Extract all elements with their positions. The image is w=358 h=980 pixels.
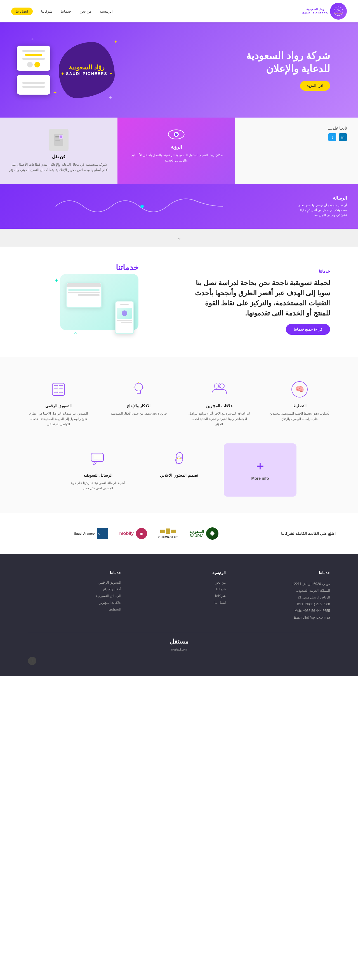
svg-rect-27 (54, 385, 58, 388)
services-text: خدماتنا لحملة تسويقية ناجحة نحن بحاجة لد… (187, 269, 330, 335)
nav-companies[interactable]: شركاتنا (41, 9, 52, 13)
service-card-ideas: الافكار والإبداع فريق لا يحد سقف من حدود… (103, 374, 175, 432)
service-cards-row2: + More info تصميم المحتوي الاعلاني (62, 443, 296, 496)
svg-point-18 (214, 384, 219, 388)
mobily-text: mobily (119, 531, 134, 536)
footer-nav-item-contact[interactable]: اتصل بنا (132, 601, 225, 605)
nav-home[interactable]: الرئيسية (100, 9, 113, 13)
digital-text: التسويق عبر منصات التواصل الاجتماعي، بطر… (27, 411, 90, 426)
logo[interactable]: رواد السعودية SAUDI PIONEERS رواد السعود… (303, 3, 347, 20)
logo-text: رواد السعودية SAUDI PIONEERS (303, 7, 328, 15)
footer-contact: خدماتنا ص ب 6926 الرياض 12211 المملكة ال… (237, 571, 330, 621)
footer-service-digital[interactable]: التسويق الرقمي (28, 581, 121, 584)
nav-services[interactable]: خدماتنا (61, 9, 71, 13)
ideas-icon (129, 380, 149, 399)
svg-rect-28 (59, 385, 63, 388)
footer-nav-list: من نحن خدماتنا شركاتنا اتصل بنا (132, 581, 225, 605)
ideas-title: الافكار والإبداع (107, 404, 171, 408)
wave-section: الرسالة أن نميز بالجودة أن نرسم لها سمو … (0, 184, 358, 229)
client-mobily: m mobily (119, 528, 147, 539)
nav-contact[interactable]: اتصل بنا (11, 8, 33, 15)
clients-label[interactable]: اطلع على القائمة الكاملة لشركاتنا (281, 531, 336, 536)
svg-point-15 (140, 205, 144, 208)
twitter-icon[interactable]: t (328, 133, 336, 141)
feature-vision: الرؤية مكان رواد لتقديم الدخول السعودية … (117, 118, 235, 184)
footer-service-planning[interactable]: التخطيط (28, 608, 121, 611)
svg-point-21 (135, 383, 143, 391)
wave-content: الرسالة أن نميز بالجودة أن نرسم لها سمو … (291, 196, 347, 218)
hero-blob: روّاد السعودية ✦ SAUDI PIONEERS ✦ ✦ ✦ (59, 42, 115, 98)
services-label: خدماتنا (187, 269, 330, 274)
footer-service-messages[interactable]: الرسائل التسويقية (28, 594, 121, 598)
saudia-bird-icon (206, 527, 219, 540)
service-card-more-info[interactable]: + More info (224, 443, 296, 496)
digital-icon (49, 380, 68, 399)
art-icon (49, 129, 68, 151)
design-title: تصميم المحتوي الاعلاني (147, 473, 211, 477)
svg-rect-30 (59, 390, 63, 393)
mobily-circle-icon: m (136, 528, 147, 539)
svg-rect-26 (52, 383, 65, 396)
svg-text:🧠: 🧠 (295, 385, 304, 394)
hero-cta-button[interactable]: اقرأ المزيد (300, 81, 330, 91)
footer-contact-title: خدماتنا (237, 571, 330, 575)
service-card-messages: الرسائل التسويقيه أهمية 'الرسالة التسويق… (62, 443, 134, 496)
services-section: خدماتنا لحملة تسويقية ناجحة نحن بحاجة لد… (0, 247, 358, 357)
footer-nav: الرئيسية من نحن خدماتنا شركاتنا اتصل بنا (132, 571, 225, 621)
mockup-line-4 (22, 82, 45, 84)
svg-rect-41 (171, 530, 176, 533)
hero-title: شركة رواد السعودية للدعاية والإعلان (246, 49, 330, 76)
messages-title: الرسائل التسويقيه (66, 473, 130, 477)
service-cards-grid: 🧠 التخطيط بأسلوب دقيق نخطط الحملة التسوي… (22, 374, 336, 432)
svg-text:SAUDI PIONEERS: SAUDI PIONEERS (334, 13, 344, 14)
service-cards-section: 🧠 التخطيط بأسلوب دقيق نخطط الحملة التسوي… (0, 357, 358, 513)
mockup-line-3 (22, 58, 45, 60)
svg-text:رواد: رواد (337, 8, 341, 11)
svg-rect-29 (54, 390, 58, 393)
svg-point-19 (220, 384, 224, 388)
logo-icon: رواد السعودية SAUDI PIONEERS (330, 3, 347, 20)
footer-service-influencer[interactable]: علاقات المؤثرين (28, 601, 121, 605)
footer-service-ideas[interactable]: أفكار والإبداع (28, 587, 121, 591)
follow-label: تابعنا على... (246, 126, 347, 130)
footer-nav-item-about[interactable]: من نحن (132, 581, 225, 584)
linkedin-icon[interactable]: in (339, 133, 347, 141)
footer-nav-item-companies[interactable]: شركاتنا (132, 594, 225, 598)
ideas-text: فريق لا يحد سقف من حدود الأفكار التسويقي… (107, 411, 171, 416)
scroll-arrow[interactable]: ⌄ (0, 229, 358, 247)
client-aramco: SA Saudi Aramco (74, 528, 108, 539)
services-visual: خدماتنا (28, 274, 171, 330)
feature-art: فن نقل شركة متخصصة في مجال الدعاية والإع… (0, 118, 117, 184)
digital-title: التسويق الرقمي (27, 404, 90, 408)
mockup-line-5 (22, 86, 45, 88)
hero-visual: روّاد السعودية ✦ SAUDI PIONEERS ✦ ✦ ✦ (17, 42, 115, 98)
footer-services-title: خدماتنا (28, 571, 121, 575)
footer-nav-item-services[interactable]: خدماتنا (132, 587, 225, 591)
design-icon (169, 449, 189, 469)
deco-plus-1: + (31, 37, 34, 42)
footer-bottom: مستقل mostaqi.com t (28, 632, 330, 665)
services-btn[interactable]: قراءة جميع خدماتنا (286, 324, 330, 335)
more-info-label: More info (252, 476, 269, 480)
social-icons: in t (246, 133, 347, 141)
hero-mockup-card-2 (17, 75, 50, 95)
clients-section: اطلع على القائمة الكاملة لشركاتنا السعود… (0, 513, 358, 554)
planning-title: التخطيط (268, 404, 332, 408)
tablet-mockup (66, 282, 102, 308)
mockup-line-1 (22, 50, 45, 52)
hero-section: شركة رواد السعودية للدعاية والإعلان اقرأ… (0, 22, 358, 118)
chevrolet-text: CHEVROLET (158, 536, 178, 539)
footer-twitter-icon[interactable]: t (28, 657, 36, 665)
svg-rect-39 (166, 528, 170, 534)
aramco-icon: SA (97, 528, 108, 539)
svg-point-14 (60, 135, 62, 138)
feature-follow: تابعنا على... in t (235, 118, 358, 184)
deco-circle-green: ○ (74, 331, 77, 336)
nav-about[interactable]: من نحن (80, 9, 92, 13)
chevrolet-bowtie-icon (160, 528, 176, 535)
saudia-text: السعودية (189, 529, 204, 534)
mostaql-logo: مستقل (170, 638, 189, 645)
service-card-planning: 🧠 التخطيط بأسلوب دقيق نخطط الحملة التسوي… (264, 374, 336, 432)
footer: خدماتنا ص ب 6926 الرياض 12211 المملكة ال… (0, 554, 358, 676)
footer-contact-info: ص ب 6926 الرياض 12211 المملكة العربية ال… (237, 581, 330, 621)
